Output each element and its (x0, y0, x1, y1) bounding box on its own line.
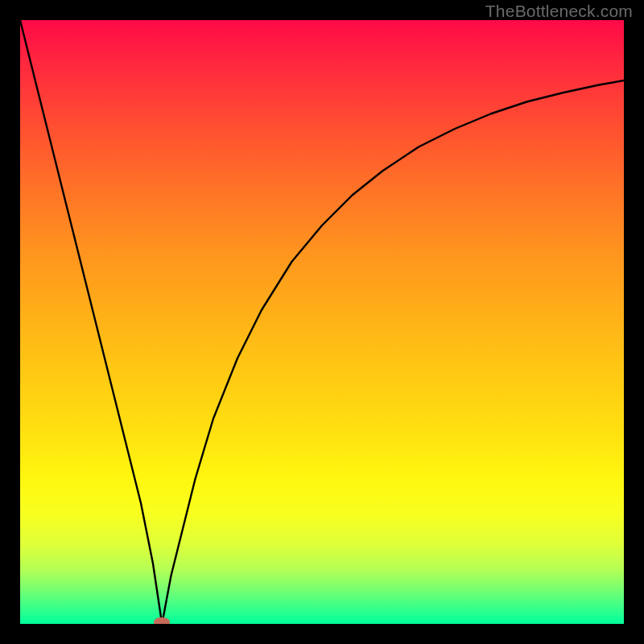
chart-frame: TheBottleneck.com (0, 0, 644, 644)
minimum-marker (154, 617, 170, 624)
watermark-text: TheBottleneck.com (485, 2, 633, 21)
plot-area (20, 20, 624, 624)
bottleneck-curve (20, 20, 624, 624)
curve-svg (20, 20, 624, 624)
